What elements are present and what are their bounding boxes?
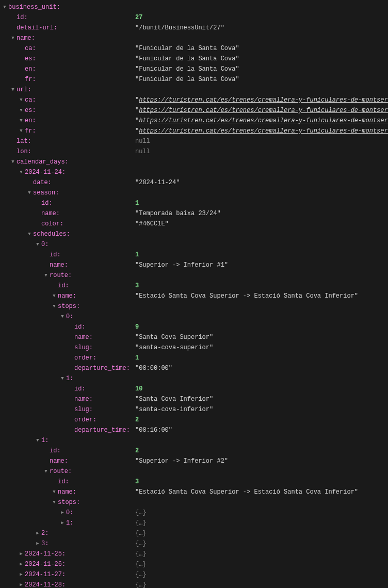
- arrow-expanded-icon[interactable]: ▼: [19, 95, 24, 105]
- arrow-spacer: [10, 136, 15, 146]
- arrow-expanded-icon[interactable]: ▼: [2, 2, 7, 12]
- arrow-collapsed-icon[interactable]: ▶: [35, 528, 40, 538]
- tree-row[interactable]: ▼stops: [0, 301, 388, 312]
- tree-row[interactable]: ▼name"Estació Santa Cova Superior -> Est…: [0, 487, 388, 497]
- tree-row[interactable]: ▶2024-11-26{…}: [0, 559, 388, 569]
- arrow-expanded-icon[interactable]: ▼: [19, 105, 24, 116]
- tree-row[interactable]: ca"Funicular de la Santa Cova": [0, 43, 388, 54]
- tree-row[interactable]: id9: [0, 322, 388, 332]
- tree-row[interactable]: ▼schedules: [0, 229, 388, 239]
- arrow-expanded-icon[interactable]: ▼: [27, 229, 32, 239]
- arrow-spacer: [43, 260, 48, 270]
- tree-row[interactable]: id3: [0, 281, 388, 291]
- tree-row[interactable]: name"Superior -> Inferior #1": [0, 260, 388, 270]
- tree-row[interactable]: slug"santa-cova-inferior": [0, 404, 388, 415]
- tree-row[interactable]: name"Santa Cova Inferior": [0, 394, 388, 404]
- tree-row[interactable]: ▼0: [0, 239, 388, 250]
- tree-row[interactable]: ▶0{…}: [0, 508, 388, 518]
- url-link[interactable]: https://turistren.cat/es/trenes/cremalle…: [139, 127, 388, 135]
- tree-key-column: slug: [0, 342, 93, 353]
- tree-row[interactable]: fr"Funicular de la Santa Cova": [0, 74, 388, 85]
- tree-row[interactable]: detail-url"/bunit/BusinessUnit/27": [0, 23, 388, 33]
- arrow-spacer: [19, 54, 24, 64]
- tree-row[interactable]: id27: [0, 12, 388, 23]
- arrow-expanded-icon[interactable]: ▼: [10, 85, 15, 95]
- tree-row[interactable]: ▼1: [0, 373, 388, 384]
- tree-row[interactable]: slug"santa-cova-superior": [0, 342, 388, 353]
- arrow-expanded-icon[interactable]: ▼: [19, 116, 24, 126]
- tree-value: null: [135, 146, 150, 157]
- tree-row[interactable]: ▼route: [0, 466, 388, 477]
- tree-row[interactable]: ▼business_unit: [0, 2, 388, 12]
- arrow-collapsed-icon[interactable]: ▶: [19, 569, 24, 580]
- url-link[interactable]: https://turistren.cat/es/trenes/cremalle…: [139, 96, 388, 104]
- tree-key: 2024-11-25: [25, 549, 66, 559]
- arrow-expanded-icon[interactable]: ▼: [52, 291, 57, 301]
- tree-row[interactable]: ▼name"Estació Santa Cova Superior -> Est…: [0, 291, 388, 301]
- arrow-collapsed-icon[interactable]: ▶: [35, 538, 40, 549]
- tree-row[interactable]: name"Temporada baixa 23/24": [0, 208, 388, 219]
- arrow-expanded-icon[interactable]: ▼: [10, 33, 15, 43]
- arrow-collapsed-icon[interactable]: ▶: [60, 508, 65, 518]
- tree-key-column: ▼1: [0, 435, 48, 446]
- tree-row[interactable]: en"Funicular de la Santa Cova": [0, 64, 388, 74]
- arrow-collapsed-icon[interactable]: ▶: [60, 518, 65, 528]
- tree-row[interactable]: id2: [0, 446, 388, 456]
- tree-row[interactable]: color"#46CC1E": [0, 219, 388, 229]
- tree-row[interactable]: ▶2{…}: [0, 528, 388, 538]
- arrow-expanded-icon[interactable]: ▼: [19, 126, 24, 136]
- tree-row[interactable]: date"2024-11-24": [0, 177, 388, 188]
- tree-row[interactable]: id3: [0, 477, 388, 487]
- tree-row[interactable]: name"Superior -> Inferior #2": [0, 456, 388, 466]
- arrow-collapsed-icon[interactable]: ▶: [19, 559, 24, 569]
- tree-row[interactable]: es"Funicular de la Santa Cova": [0, 54, 388, 64]
- tree-row[interactable]: ▶2024-11-27{…}: [0, 569, 388, 580]
- tree-row[interactable]: ▼calendar_days: [0, 157, 388, 167]
- tree-row[interactable]: ▼ca"https://turistren.cat/es/trenes/crem…: [0, 95, 388, 105]
- tree-row[interactable]: ▼stops: [0, 497, 388, 508]
- url-link[interactable]: https://turistren.cat/es/trenes/cremalle…: [139, 117, 388, 124]
- tree-row[interactable]: id1: [0, 250, 388, 260]
- tree-row[interactable]: ▼es"https://turistren.cat/es/trenes/crem…: [0, 105, 388, 116]
- tree-row[interactable]: id1: [0, 198, 388, 208]
- tree-row[interactable]: ▼en"https://turistren.cat/es/trenes/crem…: [0, 116, 388, 126]
- tree-row[interactable]: ▼2024-11-24: [0, 167, 388, 177]
- tree-row[interactable]: lonnull: [0, 146, 388, 157]
- tree-row[interactable]: ▼1: [0, 435, 388, 446]
- tree-key: slug: [74, 404, 93, 415]
- tree-row[interactable]: latnull: [0, 136, 388, 146]
- arrow-collapsed-icon[interactable]: ▶: [19, 580, 24, 588]
- tree-row[interactable]: order2: [0, 415, 388, 425]
- tree-row[interactable]: ▼fr"https://turistren.cat/es/trenes/crem…: [0, 126, 388, 136]
- tree-row[interactable]: order1: [0, 353, 388, 363]
- arrow-expanded-icon[interactable]: ▼: [35, 435, 40, 446]
- url-link[interactable]: https://turistren.cat/es/trenes/cremalle…: [139, 107, 388, 114]
- arrow-expanded-icon[interactable]: ▼: [19, 167, 24, 177]
- arrow-expanded-icon[interactable]: ▼: [43, 270, 48, 281]
- tree-row[interactable]: id10: [0, 384, 388, 394]
- arrow-spacer: [52, 477, 57, 487]
- tree-row[interactable]: ▼name: [0, 33, 388, 43]
- arrow-expanded-icon[interactable]: ▼: [60, 312, 65, 322]
- tree-row[interactable]: ▶1{…}: [0, 518, 388, 528]
- arrow-expanded-icon[interactable]: ▼: [52, 497, 57, 508]
- tree-row[interactable]: ▶2024-11-25{…}: [0, 549, 388, 559]
- tree-row[interactable]: ▶2024-11-28{…}: [0, 580, 388, 588]
- arrow-expanded-icon[interactable]: ▼: [52, 487, 57, 497]
- tree-row[interactable]: ▼url: [0, 85, 388, 95]
- arrow-expanded-icon[interactable]: ▼: [60, 373, 65, 384]
- arrow-spacer: [68, 363, 73, 373]
- tree-row[interactable]: departure_time"08:00:00": [0, 363, 388, 373]
- tree-row[interactable]: ▼0: [0, 312, 388, 322]
- arrow-expanded-icon[interactable]: ▼: [10, 157, 15, 167]
- tree-row[interactable]: name"Santa Cova Superior": [0, 332, 388, 342]
- arrow-expanded-icon[interactable]: ▼: [27, 188, 32, 198]
- arrow-expanded-icon[interactable]: ▼: [43, 466, 48, 477]
- tree-row[interactable]: ▼season: [0, 188, 388, 198]
- tree-row[interactable]: ▼route: [0, 270, 388, 281]
- tree-row[interactable]: ▶3{…}: [0, 538, 388, 549]
- arrow-collapsed-icon[interactable]: ▶: [19, 549, 24, 559]
- tree-row[interactable]: departure_time"08:16:00": [0, 425, 388, 435]
- arrow-expanded-icon[interactable]: ▼: [35, 239, 40, 250]
- arrow-expanded-icon[interactable]: ▼: [52, 301, 57, 312]
